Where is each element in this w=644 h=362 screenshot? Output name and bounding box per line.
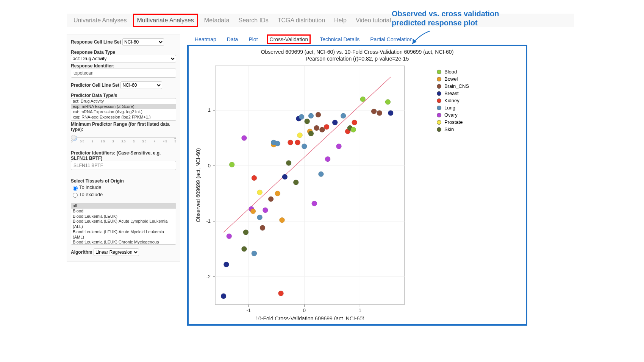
legend-dot-icon — [437, 127, 441, 132]
svg-point-62 — [316, 112, 321, 117]
svg-point-44 — [275, 141, 280, 146]
svg-point-63 — [318, 172, 324, 177]
svg-point-78 — [388, 111, 393, 116]
svg-point-77 — [385, 100, 391, 105]
tab-cross-validation[interactable]: Cross-Validation — [267, 34, 311, 44]
svg-point-28 — [229, 162, 234, 167]
legend-item[interactable]: Bowel — [437, 76, 469, 82]
slider-tick: 3.5 — [142, 140, 146, 143]
legend-item[interactable]: Skin — [437, 126, 469, 132]
legend-item[interactable]: Brain_CNS — [437, 83, 469, 89]
tab-heatmap[interactable]: Heatmap — [193, 36, 218, 43]
predictor-cell-line-set-select[interactable]: NCI-60 — [120, 81, 162, 89]
predictor-data-types-list[interactable]: act: Drug Activityexp: mRNA Expression (… — [71, 98, 176, 121]
svg-point-72 — [351, 127, 356, 133]
legend-item[interactable]: Ovary — [437, 112, 469, 118]
svg-point-34 — [252, 175, 257, 181]
nav-metadata[interactable]: Metadata — [201, 15, 233, 26]
tissues-list[interactable]: allBloodBlood:Leukemia (LEUK)Blood:Leuke… — [71, 203, 176, 245]
radio-include[interactable] — [73, 186, 78, 191]
nav-multivariate[interactable]: Multivariate Analyses — [133, 14, 198, 27]
svg-point-38 — [260, 225, 265, 231]
tab-data[interactable]: Data — [225, 36, 240, 43]
legend-dot-icon — [437, 84, 441, 89]
legend-label: Brain_CNS — [444, 83, 469, 89]
predictor-type-option[interactable]: xai: mRNA Expression (Avg. log2 Int.) — [71, 109, 176, 114]
tissue-option[interactable]: Blood:Leukemia (LEUK) — [71, 214, 176, 219]
result-tabs: Heatmap Data Plot Cross-Validation Techn… — [193, 34, 414, 45]
scatter-plot: -101-2-10110-Fold Cross-Validation 60969… — [189, 62, 526, 320]
chart-legend: BloodBowelBrain_CNSBreastKidneyLungOvary… — [437, 67, 469, 134]
tissue-option[interactable]: Blood:Leukemia (LEUK):Chronic Myelogenou… — [71, 240, 176, 245]
legend-item[interactable]: Blood — [437, 69, 469, 75]
tissue-option[interactable]: Blood:Leukemia (LEUK):Acute Myeloid Leuk… — [71, 229, 176, 240]
tab-plot[interactable]: Plot — [247, 36, 259, 43]
nav-help[interactable]: Help — [331, 15, 350, 26]
svg-point-33 — [250, 209, 256, 214]
svg-point-36 — [257, 215, 263, 220]
response-data-type-select[interactable]: act: Drug Activity — [71, 55, 176, 62]
slider-tick: 4.5 — [163, 140, 167, 143]
svg-point-74 — [360, 97, 366, 102]
legend-item[interactable]: Breast — [437, 90, 469, 96]
predictor-cell-line-set-label: Predictor Cell Line Set — [71, 83, 119, 88]
svg-point-51 — [295, 140, 300, 145]
predictor-type-option[interactable]: xsq: RNA-seq Expression (log2 FPKM+1.) — [71, 114, 176, 120]
tab-technical-details[interactable]: Technical Details — [318, 36, 361, 43]
response-data-type-label: Response Data Type — [71, 50, 115, 55]
slider-tick: 5 — [175, 140, 176, 143]
nav-univariate[interactable]: Univariate Analyses — [70, 15, 130, 26]
svg-point-43 — [275, 191, 280, 196]
predictor-identifiers-label: Predictor Identifiers: (Case-Sensitive, … — [71, 150, 176, 161]
radio-exclude-label: To exclude — [79, 192, 103, 197]
legend-label: Bowel — [444, 76, 458, 82]
cross-validation-chart-panel: Observed 609699 (act, NCI-60) vs. 10-Fol… — [187, 45, 527, 326]
legend-dot-icon — [437, 120, 441, 125]
legend-dot-icon — [437, 98, 441, 103]
predictor-type-option[interactable]: act: Drug Activity — [71, 98, 176, 104]
svg-point-29 — [241, 247, 247, 252]
chart-title-line1: Observed 609699 (act, NCI-60) vs. 10-Fol… — [189, 48, 526, 55]
tab-partial-correlation[interactable]: Partial Correlation — [369, 36, 414, 43]
svg-point-53 — [297, 133, 303, 138]
legend-label: Skin — [444, 126, 454, 132]
svg-point-56 — [305, 119, 310, 124]
svg-text:1: 1 — [208, 108, 211, 113]
svg-point-54 — [299, 114, 304, 120]
algorithm-select[interactable]: Linear Regression — [94, 248, 139, 256]
tissue-option[interactable]: Blood:Leukemia (LEUK):Acute Lymphoid Leu… — [71, 219, 176, 229]
predictor-type-option[interactable]: exp: mRNA Expression (Z-Score) — [71, 104, 176, 109]
svg-point-48 — [286, 161, 291, 166]
legend-label: Kidney — [444, 98, 460, 103]
response-identifier-input[interactable] — [71, 69, 176, 78]
svg-rect-0 — [215, 66, 405, 304]
slider-thumb[interactable] — [71, 135, 76, 140]
svg-point-37 — [257, 190, 263, 195]
nav-search-ids[interactable]: Search IDs — [236, 15, 272, 26]
legend-item[interactable]: Lung — [437, 105, 469, 111]
slider-tick: 4 — [154, 140, 155, 143]
nav-tcga[interactable]: TCGA distribution — [275, 15, 328, 26]
slider-tick: 3 — [133, 140, 134, 143]
nav-video[interactable]: Video tutorial — [353, 15, 394, 26]
svg-point-55 — [302, 144, 307, 149]
svg-point-45 — [278, 291, 284, 296]
tissue-option[interactable]: Blood — [71, 209, 176, 214]
svg-point-65 — [324, 125, 329, 130]
legend-item[interactable]: Prostate — [437, 119, 469, 125]
response-cell-line-set-select[interactable]: NCI-60 — [122, 38, 164, 46]
svg-point-76 — [377, 111, 382, 116]
annotation-line1: Observed vs. cross validation — [392, 9, 574, 18]
min-predictor-range-slider[interactable]: 0 5 00.511.522.533.544.55 — [71, 137, 176, 150]
legend-dot-icon — [437, 70, 441, 74]
svg-text:1: 1 — [359, 307, 361, 313]
select-tissues-label: Select Tissue/s of Origin — [71, 178, 176, 184]
predictor-identifiers-input[interactable] — [71, 161, 176, 170]
slider-tick: 1.5 — [101, 140, 105, 143]
svg-point-64 — [319, 127, 325, 133]
radio-exclude[interactable] — [73, 193, 78, 198]
tissue-option[interactable]: all — [71, 203, 176, 209]
legend-item[interactable]: Kidney — [437, 98, 469, 103]
svg-point-49 — [288, 140, 293, 145]
legend-dot-icon — [437, 77, 441, 81]
